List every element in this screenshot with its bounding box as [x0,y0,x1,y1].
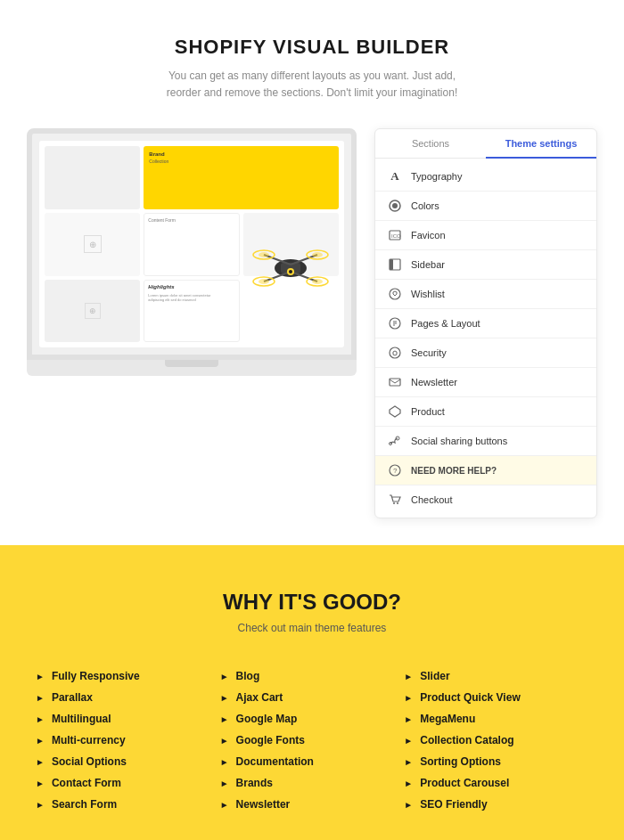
panel-item-security[interactable]: Security [375,338,596,368]
tab-theme-settings[interactable]: Theme settings [486,129,596,158]
arrow-icon-20: ► [404,779,413,788]
feature-contact-form: ► Contact Form [36,777,220,789]
panel-items-list: A Typography Colors ICO Favicon [375,159,596,518]
arrow-icon-2: ► [36,693,45,703]
feature-sorting-options: ► Sorting Options [404,755,588,768]
features-col-3: ► Slider ► Product Quick View ► MegaMenu… [404,670,588,811]
feature-social-options: ► Social Options [36,755,220,768]
panel-tabs: Sections Theme settings [375,129,596,159]
feature-multilingual: ► Multilingual [36,713,220,725]
svg-point-7 [259,252,269,257]
drone-container [250,232,331,303]
arrow-icon-17: ► [404,714,413,724]
arrow-icon-21: ► [404,800,413,810]
feature-megamenu: ► MegaMenu [404,713,588,725]
svg-point-11 [259,279,269,284]
svg-rect-25 [390,379,400,386]
panel-item-wishlist[interactable]: Wishlist [375,280,596,309]
why-subtitle: Check out main theme features [36,622,588,634]
arrow-icon-6: ► [36,779,45,788]
feature-brands: ► Brands [220,777,405,789]
sidebar-label: Sidebar [411,259,445,270]
panel-item-typography[interactable]: A Typography [375,162,596,192]
arrow-icon-7: ► [36,800,45,810]
drone-svg [250,232,331,299]
panel-item-social-sharing[interactable]: Social sharing buttons [375,427,596,456]
pages-layout-label: Pages & Layout [411,318,480,329]
svg-point-13 [312,279,323,284]
wishlist-label: Wishlist [411,289,445,299]
svg-point-9 [312,252,323,257]
newsletter-icon [388,375,402,389]
panel-item-pages-layout[interactable]: Pages & Layout [375,309,596,338]
panel-item-colors[interactable]: Colors [375,192,596,221]
laptop-base [27,360,357,376]
arrow-icon-18: ► [404,736,413,746]
panel-item-sidebar[interactable]: Sidebar [375,250,596,280]
security-icon [388,346,402,360]
checkout-label: Checkout [411,494,452,505]
feature-collection-catalog: ► Collection Catalog [404,734,588,746]
arrow-icon-19: ► [404,757,413,767]
screen-block-2: ⊕ [45,213,140,276]
svg-point-22 [390,289,400,299]
svg-point-32 [397,502,398,504]
laptop-screen: Brand Collection ⊕ Content Form ⊕ [27,128,357,360]
need-help-label: NEED MORE HELP? [411,466,497,476]
checkout-icon [388,493,402,507]
arrow-icon-5: ► [36,757,45,767]
arrow-icon-14: ► [220,800,229,810]
arrow-icon-11: ► [220,736,229,746]
feature-newsletter: ► Newsletter [220,798,405,811]
svg-rect-21 [390,259,393,270]
laptop-mockup: Brand Collection ⊕ Content Form ⊕ [27,128,357,518]
feature-google-map: ► Google Map [220,713,405,725]
newsletter-label: Newsletter [411,377,457,387]
page-title: SHOPIFY VISUAL BUILDER [18,36,606,59]
favicon-label: Favicon [411,230,446,241]
colors-icon [388,199,402,213]
panel-item-checkout[interactable]: Checkout [375,485,596,514]
svg-point-17 [392,203,398,208]
typography-label: Typography [411,171,462,182]
panel-item-need-help[interactable]: ? NEED MORE HELP? [375,456,596,485]
svg-text:ICO: ICO [391,233,401,239]
panel-item-favicon[interactable]: ICO Favicon [375,221,596,250]
need-help-icon: ? [388,463,402,477]
tab-sections[interactable]: Sections [375,129,486,158]
svg-point-15 [289,270,292,273]
favicon-icon: ICO [388,228,402,242]
theme-panel: Sections Theme settings A Typography Col… [374,128,597,518]
product-label: Product [411,406,445,417]
hero-subtitle: You can get as many different layouts as… [18,68,606,102]
wishlist-icon [388,287,402,301]
product-icon [388,404,402,419]
arrow-icon-4: ► [36,736,45,746]
feature-google-fonts: ► Google Fonts [220,734,405,746]
feature-parallax: ► Parallax [36,691,220,704]
screen-inner: Brand Collection ⊕ Content Form ⊕ [39,141,344,347]
feature-documentation: ► Documentation [220,755,405,768]
arrow-icon-8: ► [220,672,229,681]
panel-item-newsletter[interactable]: Newsletter [375,368,596,397]
arrow-icon-1: ► [36,672,45,681]
screen-block-1 [45,146,140,209]
features-col-1: ► Fully Responsive ► Parallax ► Multilin… [36,670,220,811]
screen-block-3: Content Form [144,213,239,276]
top-section: SHOPIFY VISUAL BUILDER You can get as ma… [0,0,624,545]
screen-block-5: ⊕ [45,280,140,343]
sidebar-icon [388,257,402,272]
features-grid: ► Fully Responsive ► Parallax ► Multilin… [36,670,588,811]
feature-slider: ► Slider [404,670,588,682]
panel-item-product[interactable]: Product [375,397,596,427]
svg-marker-26 [390,406,400,417]
screen-block-highlights: Highlights Lorem ipsum dolor sit amet co… [144,280,239,343]
arrow-icon-13: ► [220,779,229,788]
feature-product-carousel: ► Product Carousel [404,777,588,789]
screen-block-yellow: Brand Collection [144,146,339,209]
feature-search-form: ► Search Form [36,798,220,811]
social-sharing-label: Social sharing buttons [411,436,507,446]
arrow-icon-9: ► [220,693,229,703]
bottom-section: WHY IT'S GOOD? Check out main theme feat… [0,545,624,840]
social-sharing-icon [388,434,402,448]
